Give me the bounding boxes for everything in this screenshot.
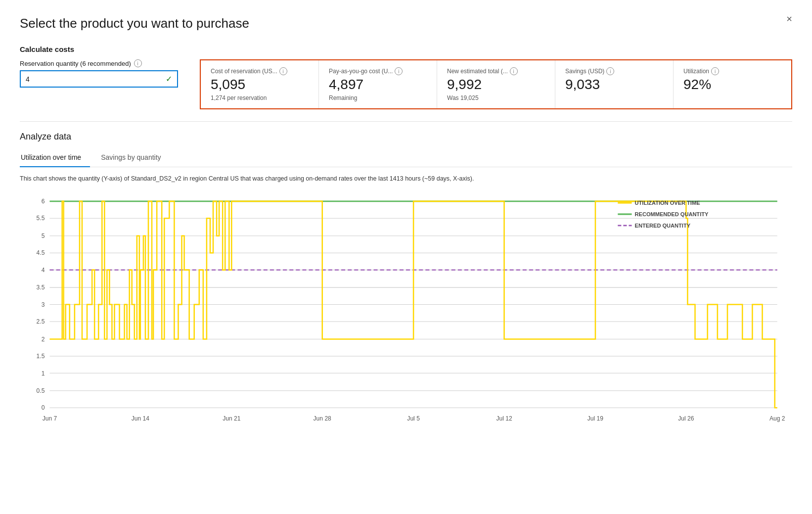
svg-text:Jul 12: Jul 12: [496, 415, 512, 422]
svg-text:3.5: 3.5: [37, 284, 45, 291]
metric-info-icon-0[interactable]: i: [279, 67, 287, 75]
quantity-label: Reservation quantity (6 recommended) i: [20, 59, 188, 67]
svg-text:5.5: 5.5: [37, 215, 45, 222]
metric-info-icon-3[interactable]: i: [606, 67, 614, 75]
metric-sub-0: 1,274 per reservation: [211, 94, 309, 101]
svg-text:4.5: 4.5: [37, 249, 45, 256]
calculate-section-title: Calculate costs: [20, 45, 792, 53]
quantity-input-wrapper: ✓: [20, 70, 178, 88]
analyze-title: Analyze data: [20, 132, 792, 142]
svg-text:Jul 5: Jul 5: [407, 415, 420, 422]
metric-item-2: New estimated total (... i 9,992 Was 19,…: [437, 60, 555, 108]
divider: [20, 121, 792, 122]
utilization-chart: 0 0.5 1 1.5 2 2.5 3 3.5 4 4.5 5 5.5 6 Ju…: [20, 191, 792, 428]
svg-text:5: 5: [42, 233, 45, 239]
svg-text:2.5: 2.5: [37, 318, 45, 325]
svg-text:4: 4: [42, 266, 45, 273]
metric-sub-1: Remaining: [329, 94, 427, 101]
metric-label-0: Cost of reservation (US... i: [211, 67, 309, 75]
metric-value-0: 5,095: [211, 77, 309, 93]
metric-value-2: 9,992: [447, 77, 545, 93]
metric-item-4: Utilization i 92%: [674, 60, 791, 108]
chart-description: This chart shows the quantity (Y-axis) o…: [20, 175, 792, 182]
metric-info-icon-1[interactable]: i: [395, 67, 403, 75]
svg-text:3: 3: [42, 301, 45, 308]
metrics-panel: Cost of reservation (US... i 5,095 1,274…: [200, 59, 792, 109]
metric-label-1: Pay-as-you-go cost (U... i: [329, 67, 427, 75]
svg-text:Jun 7: Jun 7: [43, 415, 57, 422]
svg-text:Jun 21: Jun 21: [223, 415, 240, 422]
metric-info-icon-4[interactable]: i: [711, 67, 719, 75]
svg-text:RECOMMENDED QUANTITY: RECOMMENDED QUANTITY: [635, 211, 709, 217]
chart-area: 0 0.5 1 1.5 2 2.5 3 3.5 4 4.5 5 5.5 6 Ju…: [20, 191, 792, 428]
svg-text:0.5: 0.5: [37, 387, 45, 394]
svg-text:Jun 28: Jun 28: [314, 415, 331, 422]
metric-info-icon-2[interactable]: i: [510, 67, 518, 75]
svg-text:UTILIZATION OVER TIME: UTILIZATION OVER TIME: [635, 200, 700, 206]
metric-value-3: 9,033: [565, 77, 663, 93]
svg-text:6: 6: [42, 198, 45, 205]
svg-text:Jul 26: Jul 26: [678, 415, 694, 422]
quantity-input[interactable]: [26, 75, 166, 83]
check-icon: ✓: [166, 74, 172, 84]
svg-text:Jun 14: Jun 14: [132, 415, 149, 422]
analyze-section: Analyze data Utilization over time Savin…: [20, 132, 792, 428]
close-button[interactable]: ×: [786, 14, 792, 24]
svg-text:Aug 2: Aug 2: [769, 415, 785, 422]
svg-text:Jul 19: Jul 19: [587, 415, 603, 422]
tab-utilization[interactable]: Utilization over time: [20, 149, 90, 167]
svg-text:ENTERED QUANTITY: ENTERED QUANTITY: [635, 223, 691, 229]
tabs: Utilization over time Savings by quantit…: [20, 149, 792, 167]
metric-value-4: 92%: [683, 77, 781, 93]
svg-text:1: 1: [42, 370, 45, 376]
calculate-section: Calculate costs Reservation quantity (6 …: [20, 45, 792, 109]
metric-item-0: Cost of reservation (US... i 5,095 1,274…: [201, 60, 319, 108]
quantity-info-icon[interactable]: i: [134, 59, 142, 67]
metric-label-3: Savings (USD) i: [565, 67, 663, 75]
quantity-panel: Reservation quantity (6 recommended) i ✓: [20, 59, 188, 88]
metric-label-2: New estimated total (... i: [447, 67, 545, 75]
metric-value-1: 4,897: [329, 77, 427, 93]
tab-savings[interactable]: Savings by quantity: [100, 149, 170, 167]
metric-sub-2: Was 19,025: [447, 94, 545, 101]
svg-text:2: 2: [42, 335, 45, 342]
svg-text:0: 0: [42, 404, 45, 411]
svg-text:1.5: 1.5: [37, 353, 45, 360]
metric-label-4: Utilization i: [683, 67, 781, 75]
metric-item-3: Savings (USD) i 9,033: [555, 60, 674, 108]
page-title: Select the product you want to purchase: [20, 16, 792, 31]
metric-item-1: Pay-as-you-go cost (U... i 4,897 Remaini…: [319, 60, 437, 108]
